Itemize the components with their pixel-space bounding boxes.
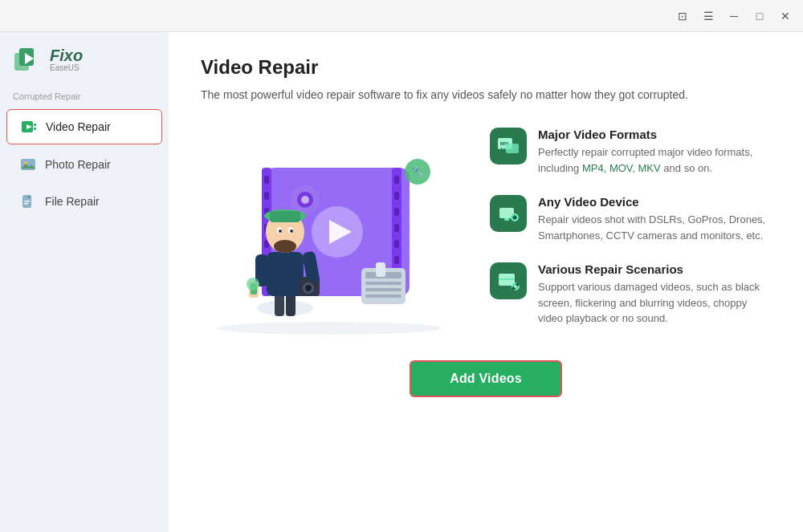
svg-text:AVI: AVI	[500, 147, 505, 151]
page-title: Video Repair	[201, 56, 771, 79]
svg-rect-28	[394, 224, 399, 232]
svg-point-73	[513, 216, 517, 220]
feature-desc-major-formats: Perfectly repair corrupted major video f…	[538, 144, 771, 176]
svg-point-78	[514, 285, 517, 288]
svg-rect-71	[504, 218, 509, 221]
close-button[interactable]: ✕	[774, 6, 797, 26]
any-device-icon-box	[490, 195, 527, 232]
sidebar-section-label: Corrupted Repair	[0, 91, 169, 108]
feature-title-major-formats: Major Video Formats	[538, 128, 771, 141]
major-formats-icon-box: MP4 AVI	[490, 128, 527, 164]
feature-various-scenarios: Various Repair Scenarios Support various…	[490, 262, 771, 327]
svg-point-61	[305, 285, 312, 291]
svg-rect-69	[506, 144, 519, 153]
svg-rect-25	[394, 176, 399, 184]
svg-rect-26	[394, 192, 399, 200]
sidebar-item-video-repair[interactable]: Video Repair	[6, 109, 162, 144]
app-body: Fixo EaseUS Corrupted Repair Video Repai…	[0, 32, 803, 532]
feature-any-video-device: Any Video Device Repair videos shot with…	[490, 195, 771, 243]
maximize-button[interactable]: □	[748, 6, 771, 26]
svg-rect-12	[24, 201, 30, 202]
svg-point-43	[257, 300, 313, 316]
svg-rect-39	[365, 282, 402, 285]
feature-desc-any-device: Repair videos shot with DSLRs, GoPros, D…	[538, 212, 771, 243]
feature-text-major-formats: Major Video Formats Perfectly repair cor…	[538, 128, 771, 176]
feature-title-scenarios: Various Repair Scenarios	[538, 262, 771, 276]
svg-rect-27	[394, 208, 399, 216]
svg-point-36	[301, 196, 309, 204]
page-description: The most powerful video repair software …	[201, 87, 747, 104]
svg-rect-29	[394, 240, 399, 248]
logo-icon	[13, 45, 43, 75]
feature-major-video-formats: MP4 AVI Major Video Formats Perfectly re…	[490, 128, 771, 176]
feature-text-scenarios: Various Repair Scenarios Support various…	[538, 262, 771, 327]
feature-link-formats: MP4, MOV, MKV	[582, 162, 661, 174]
logo-text: Fixo EaseUS	[50, 47, 83, 73]
svg-rect-62	[300, 277, 308, 282]
file-repair-icon	[19, 193, 37, 210]
app-name: Fixo	[50, 47, 83, 63]
app-sub: EaseUS	[50, 63, 83, 73]
add-btn-area: Add Videos	[201, 360, 771, 397]
illustration: 🔧	[201, 128, 458, 336]
svg-rect-19	[264, 192, 269, 200]
svg-rect-41	[365, 294, 402, 298]
sidebar-item-label-file: File Repair	[45, 195, 100, 208]
svg-point-57	[279, 229, 282, 233]
sidebar: Fixo EaseUS Corrupted Repair Video Repai…	[0, 32, 169, 532]
svg-point-65	[247, 278, 259, 290]
features-list: MP4 AVI Major Video Formats Perfectly re…	[490, 128, 771, 327]
feature-text-any-device: Any Video Device Repair videos shot with…	[538, 195, 771, 243]
svg-rect-30	[394, 256, 399, 264]
svg-rect-6	[34, 128, 36, 130]
sidebar-item-label-video: Video Repair	[46, 120, 111, 133]
feature-title-any-device: Any Video Device	[538, 195, 771, 209]
minimize-button[interactable]: ─	[723, 6, 745, 26]
svg-rect-40	[365, 288, 402, 291]
svg-rect-53	[270, 211, 300, 222]
svg-rect-13	[24, 203, 28, 205]
content-row: 🔧 MP4 AVI	[201, 128, 771, 336]
main-content: Video Repair The most powerful video rep…	[169, 32, 803, 532]
window-controls: ⊡ ☰ ─ □ ✕	[671, 6, 797, 26]
svg-rect-18	[264, 176, 269, 184]
sidebar-item-photo-repair[interactable]: Photo Repair	[6, 148, 162, 181]
add-videos-button[interactable]: Add Videos	[410, 360, 562, 397]
sidebar-item-label-photo: Photo Repair	[45, 158, 111, 171]
feature-desc-scenarios: Support various damaged videos, such as …	[538, 279, 771, 327]
svg-point-14	[217, 322, 442, 335]
svg-rect-5	[34, 124, 36, 126]
monitor-button[interactable]: ⊡	[671, 6, 694, 26]
title-bar: ⊡ ☰ ─ □ ✕	[0, 0, 803, 32]
svg-point-54	[274, 240, 296, 253]
scenarios-icon-box	[490, 262, 527, 299]
svg-rect-42	[376, 262, 385, 277]
svg-point-58	[290, 229, 293, 233]
menu-button[interactable]: ☰	[697, 6, 719, 26]
logo-area: Fixo EaseUS	[0, 45, 169, 91]
svg-text:🔧: 🔧	[411, 165, 426, 179]
video-repair-icon	[20, 118, 38, 136]
sidebar-item-file-repair[interactable]: File Repair	[6, 185, 162, 218]
photo-repair-icon	[19, 156, 37, 173]
